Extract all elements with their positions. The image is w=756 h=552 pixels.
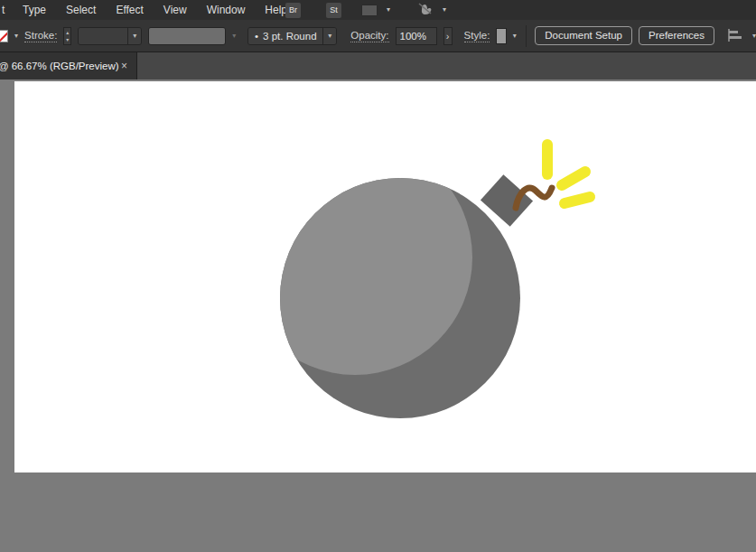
brush-definition-dropdown[interactable]: • 3 pt. Round ▾ (247, 27, 337, 45)
variable-width-profile-dropdown (148, 27, 226, 45)
opacity-label[interactable]: Opacity: (350, 30, 388, 42)
menu-item-object-partial[interactable]: t (0, 4, 13, 16)
stroke-label[interactable]: Stroke: (24, 30, 57, 42)
tab-title: 66.67% (RGB/Preview) (12, 61, 119, 71)
control-bar: ▾ Stroke: ▴ ▾ ▾ ▾ • 3 pt. Round ▾ Opacit… (0, 20, 756, 52)
preferences-button[interactable]: Preferences (639, 26, 714, 45)
chevron-down-icon[interactable]: ▾ (14, 33, 18, 40)
artboard[interactable] (14, 81, 756, 472)
chevron-down-icon[interactable]: ▾ (328, 33, 331, 40)
stroke-weight-dropdown[interactable]: ▾ (78, 27, 142, 45)
brush-bullet-icon: • (255, 31, 258, 42)
menu-bar: t Type Select Effect View Window Help Br… (0, 0, 756, 20)
chevron-down-icon[interactable]: ▾ (443, 6, 446, 14)
stock-button[interactable]: St (326, 3, 341, 18)
stroke-weight-stepper[interactable]: ▴ ▾ (63, 27, 71, 45)
workspace-gesture-icon[interactable] (417, 2, 434, 19)
spark-horizontal-shape[interactable] (565, 197, 590, 203)
document-setup-button[interactable]: Document Setup (535, 26, 632, 45)
align-panel-icon[interactable] (728, 29, 746, 43)
variable-width-profile-value (149, 28, 225, 44)
bomb-illustration (14, 81, 756, 472)
document-tab-strip: @ 66.67% (RGB/Preview) × (0, 52, 756, 80)
divider (526, 25, 527, 47)
arrange-documents-icon[interactable] (361, 5, 378, 16)
brush-definition-value: 3 pt. Round (263, 31, 316, 42)
tab-title-prefix: @ (0, 61, 9, 71)
style-swatch[interactable] (496, 28, 506, 44)
chevron-right-icon[interactable]: › (446, 31, 450, 42)
stroke-weight-value (79, 28, 127, 44)
opacity-expand-button[interactable]: › (443, 27, 453, 45)
chevron-down-icon[interactable]: ▾ (387, 6, 390, 14)
chevron-down-icon[interactable]: ▾ (752, 33, 756, 40)
menu-item-type[interactable]: Type (13, 0, 56, 20)
spark-diagonal-shape[interactable] (562, 172, 585, 185)
menu-item-view[interactable]: View (154, 0, 197, 20)
menu-item-effect[interactable]: Effect (106, 0, 153, 20)
menubar-app-icons: Br St ▾ ▾ (285, 0, 446, 20)
opacity-input[interactable] (396, 27, 437, 45)
chevron-up-icon[interactable]: ▴ (66, 29, 69, 36)
style-label[interactable]: Style: (464, 30, 490, 42)
document-tab[interactable]: @ 66.67% (RGB/Preview) × (0, 52, 137, 80)
menu-item-select[interactable]: Select (56, 0, 106, 20)
close-icon[interactable]: × (119, 60, 129, 72)
chevron-down-icon[interactable]: ▾ (513, 33, 517, 40)
chevron-down-icon[interactable]: ▾ (66, 36, 69, 43)
bomb-highlight-shape[interactable] (238, 140, 472, 375)
bridge-button[interactable]: Br (285, 3, 301, 18)
chevron-down-icon[interactable]: ▾ (133, 33, 136, 40)
chevron-down-icon: ▾ (232, 33, 236, 40)
stroke-color-swatch[interactable] (0, 30, 8, 42)
menu-item-window[interactable]: Window (197, 0, 256, 20)
